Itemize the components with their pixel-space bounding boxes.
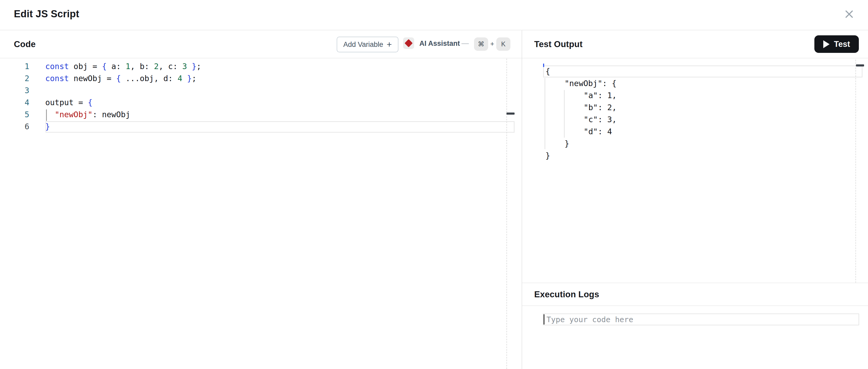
line-number: 6 [0, 121, 29, 133]
window-title: Edit JS Script [14, 8, 79, 20]
test-output-viewer[interactable]: {"newObj": {"a": 1,"b": 2,"c": 3,"d": 4}… [522, 59, 868, 283]
output-row[interactable]: "newObj": { [564, 78, 617, 90]
cmd-key-icon: ⌘ [478, 40, 485, 48]
output-row[interactable]: } [564, 137, 569, 150]
line-number: 1 [0, 60, 29, 72]
output-drag-handle[interactable] [856, 64, 864, 66]
output-column-guide [856, 60, 856, 283]
execution-logs-input[interactable] [543, 313, 859, 325]
add-variable-label: Add Variable [343, 40, 383, 49]
active-line-highlight [45, 121, 515, 133]
k-key-badge: K [496, 37, 510, 51]
line-number: 3 [0, 85, 29, 97]
editor-column-guide [506, 59, 507, 369]
line-number: 2 [0, 72, 29, 85]
code-line[interactable]: 4output = { [0, 97, 521, 109]
divider [522, 283, 868, 283]
execution-logs-heading: Execution Logs [534, 289, 599, 299]
k-key-label: K [501, 40, 506, 48]
code-line[interactable]: 5 "newObj": newObj [0, 109, 521, 121]
output-row[interactable]: } [546, 150, 550, 162]
ai-assistant-button[interactable] [403, 37, 414, 49]
test-button-label: Test [834, 39, 850, 49]
code-line[interactable]: 3 [0, 85, 521, 97]
code-text: output = { [45, 97, 93, 109]
plus-icon: + [386, 40, 392, 49]
code-text: const newObj = { ...obj, d: 4 }; [45, 72, 196, 85]
code-line[interactable]: 6} [0, 121, 521, 133]
editor-drag-handle[interactable] [506, 113, 515, 115]
separator-dash: — [462, 39, 469, 48]
code-text: const obj = { a: 1, b: 2, c: 3 }; [45, 60, 201, 72]
line-number: 4 [0, 97, 29, 109]
divider [522, 305, 868, 306]
add-variable-button[interactable]: Add Variable + [337, 37, 398, 52]
code-line[interactable]: 1const obj = { a: 1, b: 2, c: 3 }; [0, 60, 521, 72]
ai-assistant-label: AI Assistant [420, 39, 460, 48]
line-number: 5 [0, 109, 29, 121]
divider [0, 58, 868, 58]
code-line[interactable]: 2const newObj = { ...obj, d: 4 }; [0, 72, 521, 85]
output-row[interactable]: "a": 1, [584, 90, 617, 101]
divider [0, 30, 868, 30]
test-button[interactable]: Test [814, 35, 859, 53]
text-caret [544, 314, 545, 325]
code-heading: Code [14, 39, 36, 49]
diamond-icon [404, 39, 412, 47]
play-icon [823, 40, 830, 48]
close-icon [844, 9, 854, 19]
output-row[interactable]: "d": 4 [584, 126, 612, 137]
code-editor[interactable]: 1const obj = { a: 1, b: 2, c: 3 };2const… [0, 59, 522, 369]
close-button[interactable] [842, 7, 857, 22]
edit-js-script-modal: Edit JS Script Code Add Variable + AI As… [0, 0, 868, 369]
test-output-heading: Test Output [534, 39, 583, 49]
code-text: } [45, 121, 50, 133]
cmd-key-badge: ⌘ [474, 37, 488, 51]
code-text: "newObj": newObj [45, 109, 130, 121]
output-row[interactable]: { [546, 65, 550, 78]
output-row[interactable]: "b": 2, [584, 101, 617, 114]
output-row[interactable]: "c": 3, [584, 114, 617, 126]
plus-separator: + [490, 40, 494, 48]
